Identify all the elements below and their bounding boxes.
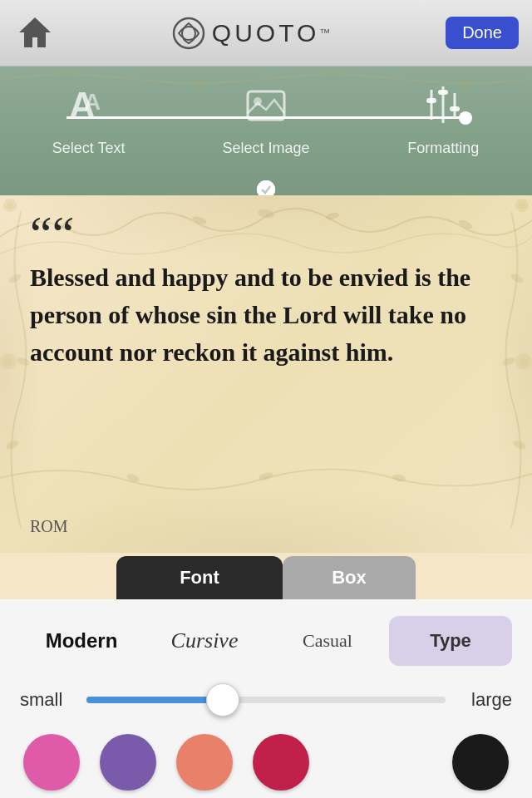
- quote-card: ““ Blessed and happy and to be envied is…: [0, 195, 532, 553]
- color-swatch-black[interactable]: [452, 734, 509, 791]
- font-styles-row: Modern Cursive Casual Type: [20, 616, 512, 666]
- logo-text: QUOTO™: [212, 19, 330, 47]
- svg-rect-14: [438, 90, 448, 95]
- size-slider-track[interactable]: [86, 697, 446, 703]
- color-swatch-pink[interactable]: [23, 734, 80, 791]
- tab-font[interactable]: Font: [116, 556, 283, 599]
- size-large-label: large: [462, 689, 512, 711]
- svg-rect-13: [426, 98, 436, 103]
- select-image-icon: [243, 83, 289, 130]
- quote-reference: ROM: [30, 517, 502, 536]
- step-label-text: Select Text: [52, 140, 126, 157]
- home-icon: [16, 14, 54, 52]
- font-style-casual[interactable]: Casual: [266, 616, 389, 666]
- svg-point-37: [520, 357, 528, 366]
- svg-text:A: A: [84, 89, 101, 115]
- step-label-formatting: Formatting: [407, 140, 479, 157]
- color-swatch-crimson[interactable]: [253, 734, 309, 791]
- tabs-area: Font Box: [0, 553, 532, 599]
- font-style-cursive[interactable]: Cursive: [143, 616, 266, 666]
- font-panel: Modern Cursive Casual Type small large: [0, 599, 532, 798]
- size-slider-thumb[interactable]: [206, 683, 239, 717]
- size-slider-fill: [86, 697, 223, 703]
- logo-area: QUOTO™: [172, 17, 330, 50]
- size-small-label: small: [20, 689, 70, 711]
- svg-point-20: [257, 208, 274, 219]
- font-style-type[interactable]: Type: [389, 616, 512, 666]
- color-swatch-purple[interactable]: [100, 734, 156, 791]
- svg-point-4: [329, 70, 336, 76]
- svg-rect-15: [450, 106, 460, 111]
- color-row: [20, 734, 512, 791]
- step-icon-wrap-formatting: [416, 80, 470, 133]
- done-button[interactable]: Done: [446, 17, 519, 49]
- size-row: small large: [20, 689, 512, 711]
- quote-text: Blessed and happy and to be envied is th…: [30, 259, 502, 510]
- svg-point-2: [63, 70, 70, 76]
- logo-icon: [172, 17, 205, 50]
- home-button[interactable]: [13, 12, 57, 55]
- svg-point-29: [16, 357, 31, 367]
- quote-mark: ““: [30, 219, 502, 249]
- svg-point-34: [501, 357, 516, 367]
- step-label-image: Select Image: [222, 140, 309, 157]
- app-header: QUOTO™ Done: [0, 0, 532, 66]
- formatting-icon: [420, 83, 466, 130]
- svg-point-3: [195, 81, 204, 89]
- steps-bar: A A Select Text Select Image: [0, 66, 532, 195]
- select-text-icon: A A: [66, 83, 112, 130]
- color-swatch-salmon[interactable]: [176, 734, 233, 791]
- svg-point-32: [4, 357, 12, 366]
- step-icon-wrap-image: [239, 80, 293, 133]
- font-style-modern[interactable]: Modern: [20, 616, 143, 666]
- svg-marker-0: [19, 17, 51, 47]
- step-icon-wrap-text: A A: [62, 80, 116, 133]
- tab-box[interactable]: Box: [283, 556, 416, 599]
